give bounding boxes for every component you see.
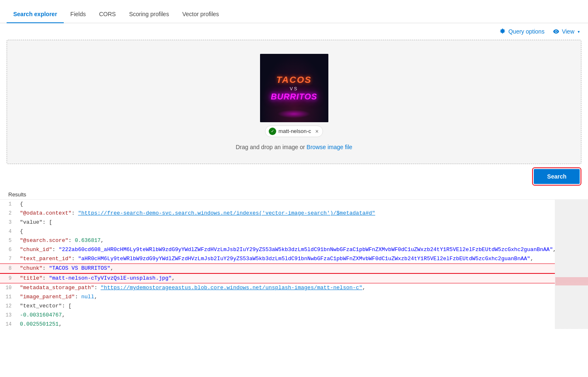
line-number: 4 xyxy=(0,227,17,236)
line-number: 5 xyxy=(0,236,17,245)
tab-scoring-profiles[interactable]: Scoring profiles xyxy=(123,11,176,23)
query-options-label: Query options xyxy=(508,28,545,35)
line-content: "chunk_id": "222ab60cd608_aHR0cHM6Ly9teW… xyxy=(17,245,588,254)
view-chevron-icon: ▾ xyxy=(578,29,580,34)
results-label: Results xyxy=(0,189,588,199)
line-content: 0.0025501251, xyxy=(17,320,588,329)
line-content: "text_parent_id": "aHR0cHM6Ly9teWRlbW9zd… xyxy=(17,254,588,263)
view-label: View xyxy=(562,28,574,35)
tab-search-explorer[interactable]: Search explorer xyxy=(7,11,64,23)
line-number: 9 xyxy=(0,274,17,283)
line-content: "chunk": "TACOS VS BURRITOS", xyxy=(17,264,588,273)
line-number: 1 xyxy=(0,200,17,209)
table-row: 3 "value": [ xyxy=(0,218,588,227)
table-row: 1{ xyxy=(0,200,588,209)
line-content: { xyxy=(17,227,588,236)
search-button-container: Search xyxy=(0,164,588,189)
file-chip: ✓ matt-nelson-c × xyxy=(265,126,323,137)
browse-link[interactable]: Browse image file xyxy=(306,144,352,150)
table-row: 2 "@odata.context": "https://free-search… xyxy=(0,209,588,218)
table-row: 11 "image_parent_id": null, xyxy=(0,292,588,302)
check-icon: ✓ xyxy=(269,128,276,135)
view-icon xyxy=(553,28,559,35)
line-number: 7 xyxy=(0,254,17,263)
line-number: 11 xyxy=(0,292,17,302)
table-row: 13 -0.0031604767, xyxy=(0,311,588,320)
tab-cors[interactable]: CORS xyxy=(92,11,122,23)
table-row: 10 "metadata_storage_path": "https://myd… xyxy=(0,283,588,292)
file-chip-name: matt-nelson-c xyxy=(279,128,311,134)
line-content: "title": "matt-nelson-cTyVIvzQslE-unspla… xyxy=(17,274,588,283)
gear-icon xyxy=(499,28,506,35)
line-number: 14 xyxy=(0,320,17,329)
table-row: 6 "chunk_id": "222ab60cd608_aHR0cHM6Ly9t… xyxy=(0,245,588,254)
line-number: 12 xyxy=(0,302,17,311)
tabs-bar: Search explorer Fields CORS Scoring prof… xyxy=(0,0,588,23)
view-button[interactable]: View ▾ xyxy=(553,28,580,35)
tab-vector-profiles[interactable]: Vector profiles xyxy=(176,11,226,23)
close-icon[interactable]: × xyxy=(315,128,318,135)
code-viewer: 1{2 "@odata.context": "https://free-sear… xyxy=(0,199,588,329)
line-content: -0.0031604767, xyxy=(17,311,588,320)
line-content: "@odata.context": "https://free-search-d… xyxy=(17,209,588,218)
table-row: 5 "@search.score": 0.636817, xyxy=(0,236,588,245)
line-content: "metadata_storage_path": "https://mydemo… xyxy=(17,283,588,292)
preview-image: TACOS VS BURRITOS xyxy=(260,54,328,122)
drop-hint: Drag and drop an image or Browse image f… xyxy=(236,144,352,150)
table-row: 4 { xyxy=(0,227,588,236)
line-number: 8 xyxy=(0,264,17,273)
dropzone[interactable]: TACOS VS BURRITOS ✓ matt-nelson-c × Drag… xyxy=(7,40,581,164)
line-content: "image_parent_id": null, xyxy=(17,292,588,302)
line-number: 13 xyxy=(0,311,17,320)
line-content: "@search.score": 0.636817, xyxy=(17,236,588,245)
toolbar: Query options View ▾ xyxy=(0,23,588,40)
table-row: 14 0.0025501251, xyxy=(0,320,588,329)
search-button[interactable]: Search xyxy=(534,169,580,184)
table-row: 7 "text_parent_id": "aHR0cHM6Ly9teWRlbW9… xyxy=(0,254,588,263)
line-number: 2 xyxy=(0,209,17,218)
line-number: 6 xyxy=(0,245,17,254)
query-options-button[interactable]: Query options xyxy=(499,28,545,35)
line-content: { xyxy=(17,200,588,209)
line-number: 10 xyxy=(0,283,17,292)
tab-fields[interactable]: Fields xyxy=(64,11,92,23)
table-row: 12 "text_vector": [ xyxy=(0,302,588,311)
line-number: 3 xyxy=(0,218,17,227)
line-content: "value": [ xyxy=(17,218,588,227)
table-row: 8 "chunk": "TACOS VS BURRITOS", xyxy=(0,263,588,273)
code-viewer-wrap: 1{2 "@odata.context": "https://free-sear… xyxy=(0,199,588,329)
minimap xyxy=(555,199,588,329)
table-row: 9 "title": "matt-nelson-cTyVIvzQslE-unsp… xyxy=(0,273,588,283)
line-content: "text_vector": [ xyxy=(17,302,588,311)
image-preview: TACOS VS BURRITOS ✓ matt-nelson-c × xyxy=(260,54,328,137)
